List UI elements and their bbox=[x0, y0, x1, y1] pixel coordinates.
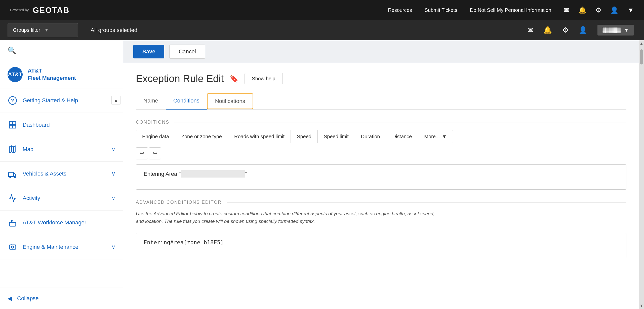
sidebar-search[interactable]: 🔍 bbox=[0, 40, 123, 61]
code-editor-value: EnteringArea[zone=b18E5] bbox=[144, 239, 224, 246]
content-area: Save Cancel Exception Rule Edit 🔖 Show h… bbox=[123, 40, 639, 309]
advanced-section-label: ADVANCED CONDITIONS EDITOR bbox=[136, 200, 626, 205]
resources-link[interactable]: Resources bbox=[388, 7, 412, 13]
svg-rect-11 bbox=[9, 245, 16, 249]
right-scrollbar[interactable]: ▲ ▼ bbox=[639, 40, 644, 309]
user-menu-button[interactable]: ▓▓▓▓▓ ▼ bbox=[597, 25, 634, 36]
question-circle-icon: ? bbox=[8, 95, 18, 106]
tab-notifications[interactable]: Notifications bbox=[207, 93, 253, 109]
sidebar-nav: ? Getting Started & Help ∨ Dashboard Map… bbox=[0, 88, 123, 288]
sidebar-scroll-up-button[interactable]: ▲ bbox=[111, 96, 120, 105]
undo-redo-controls: ↩ ↪ bbox=[136, 147, 626, 159]
speed-button[interactable]: Speed bbox=[291, 130, 318, 143]
redo-button[interactable]: ↪ bbox=[149, 147, 161, 159]
svg-point-14 bbox=[12, 246, 14, 248]
code-editor[interactable]: EnteringArea[zone=b18E5] bbox=[136, 233, 626, 258]
bell-icon[interactable]: 🔔 bbox=[578, 6, 586, 14]
scroll-thumb[interactable] bbox=[640, 49, 643, 64]
page-content: Exception Rule Edit 🔖 Show help Name Con… bbox=[123, 63, 639, 309]
groups-filter-button[interactable]: Groups filter ▼ bbox=[8, 23, 78, 37]
search-icon[interactable]: 🔍 bbox=[8, 47, 16, 54]
top-bar-icons: ✉ 🔔 ⚙ 👤 ▼ bbox=[564, 6, 634, 14]
sidebar-item-map[interactable]: Map ∨ bbox=[0, 137, 123, 162]
zone-type-button[interactable]: Zone or zone type bbox=[175, 130, 228, 143]
save-button[interactable]: Save bbox=[133, 45, 164, 58]
undo-button[interactable]: ↩ bbox=[136, 147, 148, 159]
more-button[interactable]: More... ▼ bbox=[418, 130, 453, 143]
bookmark-icon[interactable]: 🔖 bbox=[230, 75, 238, 83]
user-menu-chevron[interactable]: ▼ bbox=[627, 6, 634, 14]
map-icon bbox=[8, 144, 18, 154]
roads-speed-button[interactable]: Roads with speed limit bbox=[228, 130, 291, 143]
all-groups-text: All groups selected bbox=[91, 27, 137, 33]
engine-data-button[interactable]: Engine data bbox=[136, 130, 175, 143]
gear-icon[interactable]: ⚙ bbox=[595, 6, 601, 14]
svg-rect-3 bbox=[13, 122, 16, 124]
page-header: Exception Rule Edit 🔖 Show help bbox=[136, 73, 626, 84]
svg-point-9 bbox=[10, 177, 11, 178]
groups-filter-chevron-icon: ▼ bbox=[44, 27, 49, 33]
sidebar: 🔍 AT&T AT&T Fleet Management ▲ ? Getting… bbox=[0, 40, 123, 309]
sidebar-item-label: AT&T Workforce Manager bbox=[23, 219, 115, 226]
activity-icon bbox=[8, 193, 18, 203]
submit-tickets-link[interactable]: Submit Tickets bbox=[425, 7, 457, 13]
cancel-button[interactable]: Cancel bbox=[169, 45, 205, 59]
more-chevron-icon: ▼ bbox=[442, 134, 447, 140]
user-icon[interactable]: 👤 bbox=[610, 6, 618, 14]
top-bar-left: Powered by GEOTAB bbox=[10, 6, 69, 15]
scroll-up-arrow-icon[interactable]: ▲ bbox=[638, 40, 644, 47]
sidebar-item-label: Vehicles & Assets bbox=[23, 170, 106, 177]
condition-zone-value bbox=[181, 170, 245, 178]
do-not-sell-link[interactable]: Do Not Sell My Personal Information bbox=[470, 7, 551, 13]
svg-rect-8 bbox=[9, 173, 14, 177]
collapse-label: Collapse bbox=[17, 295, 39, 302]
advanced-description: Use the Advanced Editor below to create … bbox=[136, 210, 438, 225]
duration-button[interactable]: Duration bbox=[355, 130, 386, 143]
user-name-label: ▓▓▓▓▓ bbox=[602, 27, 621, 33]
engine-icon bbox=[8, 242, 18, 252]
att-logo-icon: AT&T bbox=[8, 67, 23, 82]
chevron-down-icon: ∨ bbox=[111, 170, 115, 177]
sidebar-item-vehicles-assets[interactable]: Vehicles & Assets ∨ bbox=[0, 162, 123, 186]
sidebar-item-label: Activity bbox=[23, 195, 106, 201]
puzzle-icon bbox=[8, 218, 18, 228]
distance-button[interactable]: Distance bbox=[386, 130, 418, 143]
svg-rect-5 bbox=[13, 125, 16, 128]
show-help-button[interactable]: Show help bbox=[245, 73, 283, 84]
sidebar-item-label: Dashboard bbox=[23, 122, 115, 128]
groups-filter-label: Groups filter bbox=[13, 27, 40, 33]
tab-conditions[interactable]: Conditions bbox=[166, 93, 207, 110]
mail-icon[interactable]: ✉ bbox=[564, 6, 569, 14]
sidebar-item-dashboard[interactable]: Dashboard bbox=[0, 113, 123, 137]
dashboard-icon bbox=[8, 120, 18, 130]
toolbar: Save Cancel bbox=[123, 40, 639, 63]
powered-by: Powered by bbox=[10, 8, 29, 12]
sidebar-item-getting-started[interactable]: ? Getting Started & Help ∨ bbox=[0, 88, 123, 113]
filter-user-icon[interactable]: 👤 bbox=[579, 26, 587, 34]
svg-rect-4 bbox=[9, 125, 12, 128]
sidebar-logo-text: AT&T Fleet Management bbox=[28, 67, 76, 82]
conditions-section-label: CONDITIONS bbox=[136, 120, 626, 125]
speed-limit-button[interactable]: Speed limit bbox=[317, 130, 355, 143]
chevron-down-icon: ∨ bbox=[111, 244, 115, 250]
sidebar-item-workforce-manager[interactable]: AT&T Workforce Manager bbox=[0, 211, 123, 235]
filter-gear-icon[interactable]: ⚙ bbox=[562, 26, 569, 34]
chevron-down-icon: ∨ bbox=[111, 195, 115, 201]
top-bar-right: Resources Submit Tickets Do Not Sell My … bbox=[388, 6, 634, 14]
top-bar: Powered by GEOTAB Resources Submit Ticke… bbox=[0, 0, 644, 20]
svg-rect-2 bbox=[9, 122, 12, 124]
sidebar-item-label: Engine & Maintenance bbox=[23, 244, 106, 250]
filter-bell-icon[interactable]: 🔔 bbox=[543, 26, 552, 34]
truck-icon bbox=[8, 169, 18, 179]
tab-name[interactable]: Name bbox=[136, 93, 166, 110]
collapse-arrow-icon: ◀ bbox=[8, 295, 12, 302]
filter-bar: Groups filter ▼ All groups selected ✉ 🔔 … bbox=[0, 20, 644, 40]
filter-mail-icon[interactable]: ✉ bbox=[528, 26, 533, 34]
collapse-button[interactable]: ◀ Collapse bbox=[0, 288, 123, 309]
sidebar-item-engine-maintenance[interactable]: Engine & Maintenance ∨ bbox=[0, 235, 123, 259]
condition-text-suffix: " bbox=[245, 171, 247, 177]
scroll-down-arrow-icon[interactable]: ▼ bbox=[638, 302, 644, 309]
sidebar-logo: AT&T AT&T Fleet Management bbox=[0, 61, 123, 88]
sidebar-item-activity[interactable]: Activity ∨ bbox=[0, 186, 123, 211]
sidebar-item-label: Map bbox=[23, 146, 106, 153]
